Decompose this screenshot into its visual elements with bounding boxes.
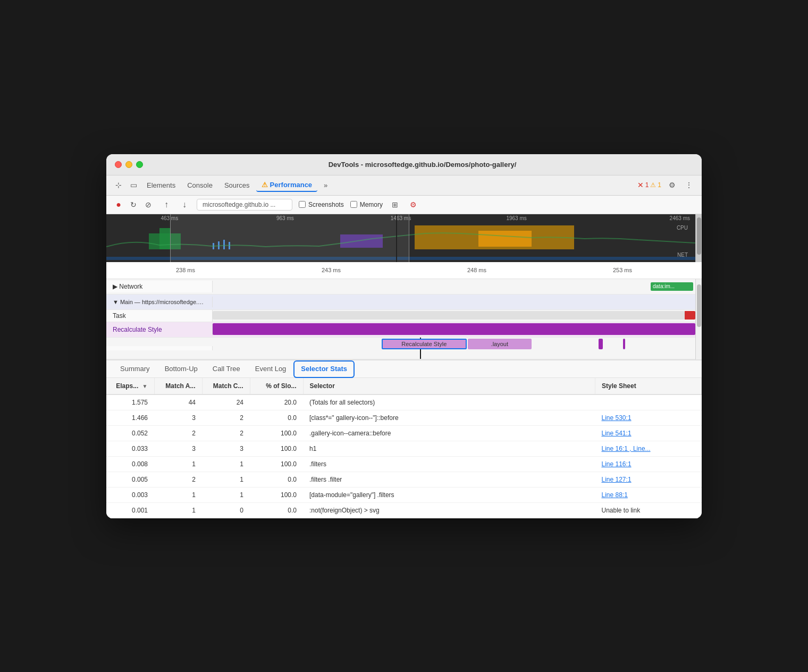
col-header-match-attempts[interactable]: Match A...: [154, 378, 202, 394]
cell-stylesheet[interactable]: Line 127:1: [595, 472, 702, 487]
tab-performance[interactable]: ⚠ Performance: [256, 179, 317, 192]
cell-stylesheet[interactable]: Line 16:1 , Line...: [595, 441, 702, 456]
stylesheet-link[interactable]: Line 116:1: [602, 460, 632, 468]
timeline-scrollbar[interactable]: [695, 214, 702, 262]
task-label: Task: [106, 310, 213, 322]
tab-bottom-up[interactable]: Bottom-Up: [157, 360, 205, 378]
cell-selector: [data-module="gallery"] .filters: [303, 487, 595, 502]
table-row: 0.001100.0:not(foreignObject) > svgUnabl…: [106, 502, 702, 518]
col-header-elapsed[interactable]: Elaps... ▼: [106, 378, 154, 394]
cell-match-attempts: 2: [154, 425, 202, 441]
cell-elapsed: 0.001: [106, 502, 154, 518]
screenshots-checkbox-input[interactable]: [299, 201, 306, 208]
performance-toolbar: ● ↻ ⊘ ↑ ↓ microsoftedge.github.io ... Sc…: [106, 196, 702, 214]
cell-stylesheet[interactable]: Line 541:1: [595, 425, 702, 441]
timeline-scrollbar-thumb[interactable]: [697, 217, 701, 255]
cell-elapsed: 0.033: [106, 441, 154, 456]
cell-elapsed: 1.466: [106, 410, 154, 425]
cell-match-attempts: 2: [154, 472, 202, 487]
recalc-content: [213, 322, 695, 337]
cell-match-count: 0: [202, 502, 250, 518]
download-icon[interactable]: ↓: [179, 199, 190, 211]
settings-gear-icon[interactable]: ⚙: [407, 199, 419, 211]
upload-icon[interactable]: ↑: [161, 199, 172, 211]
tab-sources[interactable]: Sources: [219, 179, 255, 191]
tab-bar: ⊹ ▭ Elements Console Sources ⚠ Performan…: [106, 175, 702, 196]
task-bar-red: [685, 311, 695, 320]
svg-rect-2: [159, 228, 170, 249]
tracks-scrollbar[interactable]: [695, 279, 702, 359]
main-track-content: [213, 295, 695, 309]
flame-chip-recalculate[interactable]: Recalculate Style: [382, 339, 467, 349]
screenshots-checkbox[interactable]: Screenshots: [299, 201, 344, 208]
minimize-button[interactable]: [125, 161, 132, 168]
cell-stylesheet[interactable]: Line 88:1: [595, 487, 702, 502]
stylesheet-link[interactable]: Line 541:1: [602, 430, 632, 437]
devtools-icons: ⊹ ▭: [113, 179, 139, 191]
warning-count: 1: [658, 181, 661, 189]
title-bar: DevTools - microsoftedge.github.io/Demos…: [106, 154, 702, 175]
net-label: NET: [677, 252, 688, 258]
refresh-icon[interactable]: ↻: [128, 199, 139, 211]
cell-selector: .filters .filter: [303, 472, 595, 487]
table-row: 0.03333100.0h1Line 16:1 , Line...: [106, 441, 702, 456]
tab-summary[interactable]: Summary: [113, 360, 157, 378]
main-label-text: ▼ Main — https://microsoftedge.github.io…: [113, 299, 206, 305]
table-row: 1.466320.0[class*=" gallery-icon--"]::be…: [106, 410, 702, 425]
stylesheet-link[interactable]: Line 530:1: [602, 414, 632, 422]
col-header-selector[interactable]: Selector: [303, 378, 595, 394]
warning-triangle-icon: ⚠: [262, 181, 268, 189]
more-options-icon[interactable]: ⋮: [683, 179, 695, 191]
timeline-selection[interactable]: [170, 214, 409, 262]
cpu-throttle-icon[interactable]: ⊞: [389, 199, 401, 211]
tab-selector-stats[interactable]: Selector Stats: [293, 360, 355, 378]
table-row: 0.05222100.0.gallery-icon--camera::befor…: [106, 425, 702, 441]
cell-match-attempts: 1: [154, 502, 202, 518]
detail-mark-1: 238 ms: [176, 267, 195, 273]
cell-stylesheet[interactable]: Line 116:1: [595, 456, 702, 472]
cell-elapsed: 0.052: [106, 425, 154, 441]
detail-mark-3: 248 ms: [467, 267, 486, 273]
network-track-label[interactable]: ▶ Network: [106, 281, 213, 292]
cell-stylesheet[interactable]: Line 530:1: [595, 410, 702, 425]
tab-call-tree[interactable]: Call Tree: [205, 360, 248, 378]
flame-chip-layout[interactable]: .layout: [468, 339, 532, 349]
track-flame: Recalculate Style .layout: [106, 338, 695, 359]
device-icon[interactable]: ▭: [128, 179, 139, 191]
tab-more[interactable]: »: [318, 179, 333, 191]
stylesheet-link[interactable]: Line 16:1 , Line...: [602, 445, 651, 452]
inspect-icon[interactable]: ⊹: [113, 179, 124, 191]
timeline-overview[interactable]: 463 ms 963 ms 1463 ms 1963 ms 2463 ms: [106, 214, 695, 262]
bottom-tabs: Summary Bottom-Up Call Tree Event Log Se…: [106, 359, 702, 378]
track-task: Task: [106, 310, 695, 322]
cell-selector: .gallery-icon--camera::before: [303, 425, 595, 441]
main-track-label[interactable]: ▼ Main — https://microsoftedge.github.io…: [106, 297, 213, 307]
error-count: 1: [645, 181, 649, 189]
toolbar-icons: ✕ 1 ⚠ 1 ⚙ ⋮: [637, 179, 695, 191]
cell-selector: .filters: [303, 456, 595, 472]
memory-checkbox-input[interactable]: [350, 201, 357, 208]
stylesheet-link[interactable]: Line 127:1: [602, 476, 632, 483]
cell-stylesheet: [595, 394, 702, 410]
stylesheet-link[interactable]: Line 88:1: [602, 491, 628, 499]
tab-elements[interactable]: Elements: [141, 179, 181, 191]
cell-match-count: 24: [202, 394, 250, 410]
settings-icon[interactable]: ⚙: [666, 179, 678, 191]
tab-event-log[interactable]: Event Log: [248, 360, 294, 378]
maximize-button[interactable]: [136, 161, 143, 168]
record-icon[interactable]: ●: [113, 199, 124, 211]
tab-console[interactable]: Console: [182, 179, 218, 191]
close-button[interactable]: [115, 161, 122, 168]
options-group: Screenshots Memory: [299, 201, 383, 208]
clear-icon[interactable]: ⊘: [142, 199, 154, 211]
track-main-header: ▼ Main — https://microsoftedge.github.io…: [106, 295, 695, 310]
cell-elapsed: 0.008: [106, 456, 154, 472]
col-header-stylesheet[interactable]: Style Sheet: [595, 378, 702, 394]
tracks-scrollbar-thumb[interactable]: [697, 284, 701, 327]
memory-checkbox[interactable]: Memory: [350, 201, 383, 208]
track-network: ▶ Network data:im...: [106, 279, 695, 295]
task-bar: [213, 311, 685, 320]
traffic-lights: [115, 161, 143, 168]
col-header-match-count[interactable]: Match C...: [202, 378, 250, 394]
col-header-pct-slow[interactable]: % of Slo...: [250, 378, 303, 394]
